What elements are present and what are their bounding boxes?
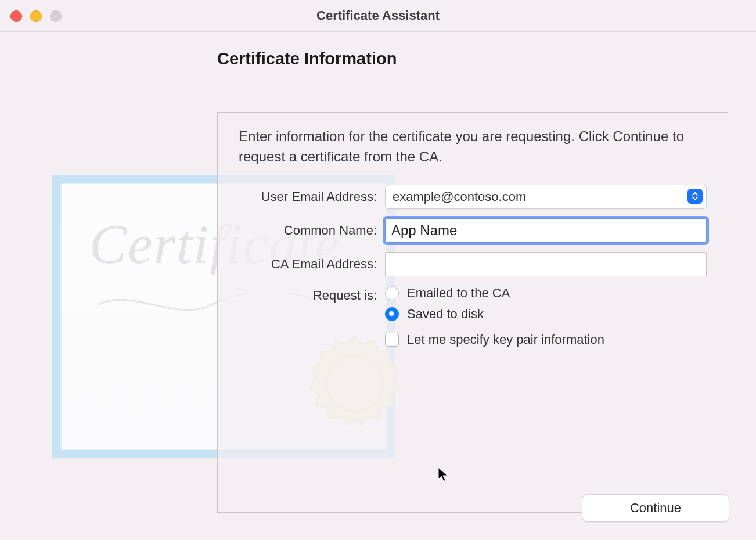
intro-text: Enter information for the certificate yo…	[239, 127, 707, 167]
row-ca-email: CA Email Address:	[239, 252, 707, 276]
checkbox-keypair-indicator	[385, 333, 399, 347]
user-email-value: example@contoso.com	[393, 189, 526, 204]
chevron-down-icon	[692, 197, 698, 200]
user-email-dropdown-button[interactable]	[687, 189, 703, 204]
window-title: Certificate Assistant	[0, 8, 756, 23]
radio-saved-indicator	[385, 307, 399, 321]
continue-button[interactable]: Continue	[582, 494, 729, 522]
content-area: Certificate Certificate Information Ente…	[0, 32, 756, 540]
label-ca-email: CA Email Address:	[239, 257, 385, 272]
zoom-window-button-disabled	[50, 10, 62, 22]
common-name-input[interactable]	[385, 218, 707, 243]
continue-button-label: Continue	[630, 501, 681, 516]
chevron-up-icon	[692, 192, 698, 196]
radio-emailed-to-ca[interactable]: Emailed to the CA	[385, 286, 707, 301]
checkbox-keypair-label: Let me specify key pair information	[407, 332, 604, 347]
radio-saved-to-disk[interactable]: Saved to disk	[385, 307, 707, 322]
minimize-window-button[interactable]	[30, 10, 42, 22]
window-controls	[10, 10, 62, 22]
radio-emailed-label: Emailed to the CA	[407, 286, 510, 301]
titlebar: Certificate Assistant	[0, 0, 756, 32]
checkbox-keypair-row[interactable]: Let me specify key pair information	[385, 332, 707, 347]
certificate-assistant-window: Certificate Assistant Certificate Certif…	[0, 0, 756, 540]
row-request-is: Request is: Emailed to the CA Saved to d…	[239, 286, 707, 347]
form-panel: Enter information for the certificate yo…	[217, 112, 728, 513]
row-user-email: User Email Address: example@contoso.com	[239, 185, 707, 209]
row-common-name: Common Name:	[239, 218, 707, 243]
label-user-email: User Email Address:	[239, 189, 385, 204]
label-common-name: Common Name:	[239, 223, 385, 238]
page-title: Certificate Information	[217, 49, 729, 69]
user-email-combobox[interactable]: example@contoso.com	[385, 185, 707, 209]
label-request-is: Request is:	[239, 286, 385, 303]
radio-emailed-indicator	[385, 286, 399, 300]
radio-saved-label: Saved to disk	[407, 307, 484, 322]
ca-email-input[interactable]	[385, 252, 707, 276]
close-window-button[interactable]	[10, 10, 22, 22]
